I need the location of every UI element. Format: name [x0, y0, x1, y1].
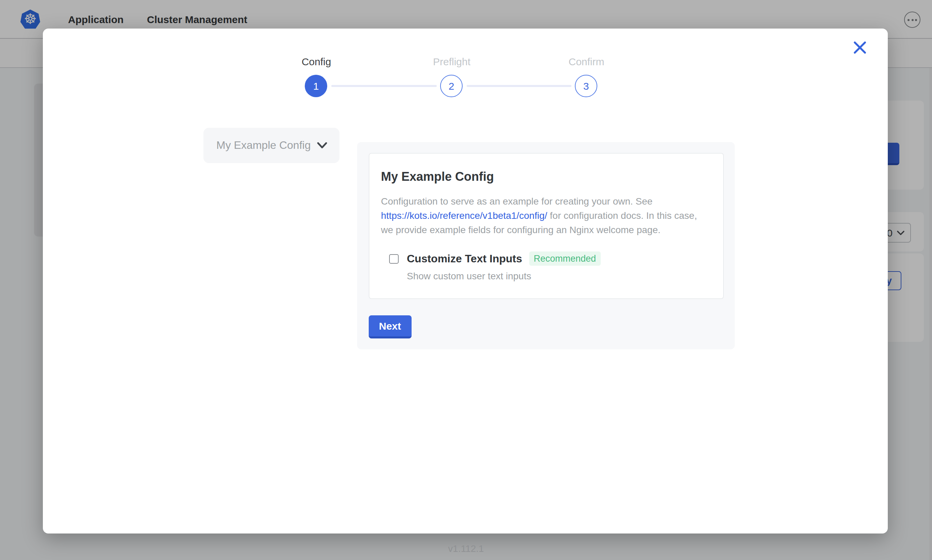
close-icon[interactable]	[852, 40, 867, 55]
config-group-heading: My Example Config	[381, 170, 494, 184]
config-group-card: My Example Config Configuration to serve…	[369, 153, 724, 299]
checkbox-row: Customize Text Inputs Recommended	[389, 251, 601, 266]
recommended-badge: Recommended	[529, 251, 601, 266]
step-label-preflight: Preflight	[404, 56, 499, 67]
modal-layer: Config Preflight Confirm 1 2 3 My Exampl…	[0, 0, 932, 560]
next-button[interactable]: Next	[369, 315, 411, 338]
checkbox-help-text: Show custom user text inputs	[407, 271, 531, 282]
step-connector	[331, 85, 437, 87]
config-group-label: My Example Config	[216, 139, 310, 152]
step-label-confirm: Confirm	[539, 56, 634, 67]
step-label-config: Config	[269, 56, 364, 67]
checkbox-label[interactable]: Customize Text Inputs	[407, 252, 522, 265]
step-circle-confirm[interactable]: 3	[575, 75, 597, 97]
chevron-down-icon	[317, 142, 327, 149]
app-root: ☸ Application Cluster Management 0 y	[0, 0, 932, 560]
step-circle-config[interactable]: 1	[305, 75, 327, 97]
config-docs-link[interactable]: https://kots.io/reference/v1beta1/config…	[381, 210, 547, 221]
config-wizard-modal: Config Preflight Confirm 1 2 3 My Exampl…	[43, 29, 888, 534]
config-group-dropdown[interactable]: My Example Config	[204, 128, 339, 163]
step-connector	[467, 85, 571, 87]
config-group-description: Configuration to serve as an example for…	[381, 194, 710, 237]
step-circle-preflight[interactable]: 2	[440, 75, 463, 97]
customize-text-inputs-checkbox[interactable]	[389, 254, 399, 263]
app-version: v1.112.1	[0, 543, 932, 554]
